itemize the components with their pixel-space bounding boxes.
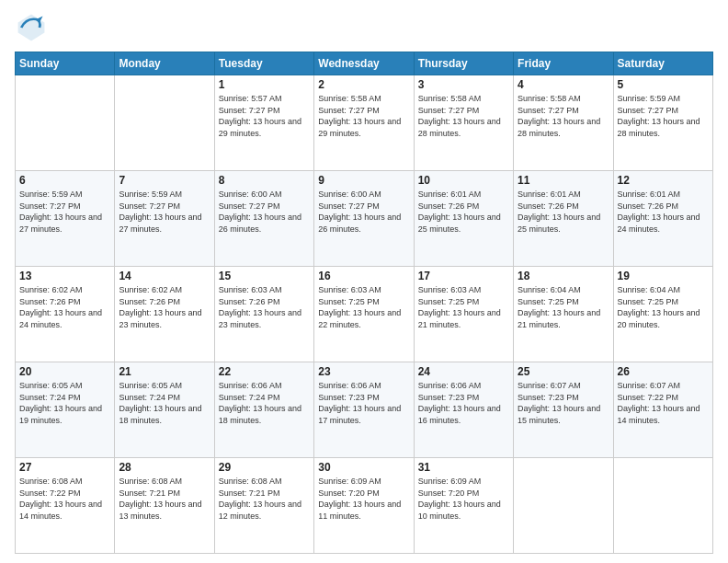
day-number: 7 xyxy=(119,174,210,187)
cell-info: Sunrise: 6:09 AM Sunset: 7:20 PM Dayligh… xyxy=(318,476,409,522)
day-number: 11 xyxy=(518,174,609,187)
calendar-cell: 22Sunrise: 6:06 AM Sunset: 7:24 PM Dayli… xyxy=(214,362,313,458)
calendar-cell: 28Sunrise: 6:08 AM Sunset: 7:21 PM Dayli… xyxy=(115,458,214,554)
cell-info: Sunrise: 6:01 AM Sunset: 7:26 PM Dayligh… xyxy=(518,189,609,235)
cell-info: Sunrise: 5:59 AM Sunset: 7:27 PM Dayligh… xyxy=(19,189,110,235)
day-number: 2 xyxy=(318,78,409,91)
calendar-cell: 26Sunrise: 6:07 AM Sunset: 7:22 PM Dayli… xyxy=(613,362,712,458)
week-row-2: 6Sunrise: 5:59 AM Sunset: 7:27 PM Daylig… xyxy=(16,171,713,267)
calendar-cell: 9Sunrise: 6:00 AM Sunset: 7:27 PM Daylig… xyxy=(314,171,414,267)
cell-info: Sunrise: 6:05 AM Sunset: 7:24 PM Dayligh… xyxy=(119,380,210,426)
logo-icon xyxy=(15,11,48,44)
day-number: 16 xyxy=(318,270,409,282)
col-header-wednesday: Wednesday xyxy=(314,52,414,75)
week-row-5: 27Sunrise: 6:08 AM Sunset: 7:22 PM Dayli… xyxy=(16,458,713,554)
calendar-cell: 19Sunrise: 6:04 AM Sunset: 7:25 PM Dayli… xyxy=(613,267,712,362)
day-number: 29 xyxy=(219,461,310,474)
cell-info: Sunrise: 6:04 AM Sunset: 7:25 PM Dayligh… xyxy=(518,284,609,330)
cell-info: Sunrise: 5:58 AM Sunset: 7:27 PM Dayligh… xyxy=(418,93,509,139)
logo xyxy=(15,11,51,44)
calendar-cell: 14Sunrise: 6:02 AM Sunset: 7:26 PM Dayli… xyxy=(115,267,214,362)
calendar-cell: 17Sunrise: 6:03 AM Sunset: 7:25 PM Dayli… xyxy=(414,267,513,362)
calendar-cell: 11Sunrise: 6:01 AM Sunset: 7:26 PM Dayli… xyxy=(514,171,613,267)
day-number: 20 xyxy=(19,365,110,378)
day-number: 26 xyxy=(618,365,709,378)
calendar-cell xyxy=(115,75,214,171)
day-number: 12 xyxy=(618,174,709,187)
day-number: 1 xyxy=(219,78,310,91)
header xyxy=(15,11,713,44)
col-header-thursday: Thursday xyxy=(414,52,513,75)
calendar-cell: 15Sunrise: 6:03 AM Sunset: 7:26 PM Dayli… xyxy=(214,267,313,362)
cell-info: Sunrise: 6:04 AM Sunset: 7:25 PM Dayligh… xyxy=(618,284,709,330)
calendar-cell: 24Sunrise: 6:06 AM Sunset: 7:23 PM Dayli… xyxy=(414,362,513,458)
cell-info: Sunrise: 6:08 AM Sunset: 7:22 PM Dayligh… xyxy=(19,476,110,522)
cell-info: Sunrise: 6:02 AM Sunset: 7:26 PM Dayligh… xyxy=(119,284,210,330)
calendar-cell: 21Sunrise: 6:05 AM Sunset: 7:24 PM Dayli… xyxy=(115,362,214,458)
day-number: 8 xyxy=(219,174,310,187)
day-number: 24 xyxy=(418,365,509,378)
calendar-cell: 8Sunrise: 6:00 AM Sunset: 7:27 PM Daylig… xyxy=(214,171,313,267)
day-number: 27 xyxy=(19,461,110,474)
cell-info: Sunrise: 6:03 AM Sunset: 7:26 PM Dayligh… xyxy=(219,284,310,330)
day-number: 10 xyxy=(418,174,509,187)
calendar-cell: 25Sunrise: 6:07 AM Sunset: 7:23 PM Dayli… xyxy=(514,362,613,458)
week-row-3: 13Sunrise: 6:02 AM Sunset: 7:26 PM Dayli… xyxy=(16,267,713,362)
calendar-cell: 7Sunrise: 5:59 AM Sunset: 7:27 PM Daylig… xyxy=(115,171,214,267)
calendar-cell: 23Sunrise: 6:06 AM Sunset: 7:23 PM Dayli… xyxy=(314,362,414,458)
cell-info: Sunrise: 6:00 AM Sunset: 7:27 PM Dayligh… xyxy=(219,189,310,235)
cell-info: Sunrise: 5:58 AM Sunset: 7:27 PM Dayligh… xyxy=(318,93,409,139)
calendar-cell: 6Sunrise: 5:59 AM Sunset: 7:27 PM Daylig… xyxy=(16,171,115,267)
calendar-cell: 18Sunrise: 6:04 AM Sunset: 7:25 PM Dayli… xyxy=(514,267,613,362)
calendar-cell: 20Sunrise: 6:05 AM Sunset: 7:24 PM Dayli… xyxy=(16,362,115,458)
cell-info: Sunrise: 6:06 AM Sunset: 7:23 PM Dayligh… xyxy=(418,380,509,426)
cell-info: Sunrise: 6:03 AM Sunset: 7:25 PM Dayligh… xyxy=(318,284,409,330)
calendar-cell: 16Sunrise: 6:03 AM Sunset: 7:25 PM Dayli… xyxy=(314,267,414,362)
day-number: 28 xyxy=(119,461,210,474)
calendar-cell: 4Sunrise: 5:58 AM Sunset: 7:27 PM Daylig… xyxy=(514,75,613,171)
cell-info: Sunrise: 6:01 AM Sunset: 7:26 PM Dayligh… xyxy=(618,189,709,235)
calendar-cell: 1Sunrise: 5:57 AM Sunset: 7:27 PM Daylig… xyxy=(214,75,313,171)
day-number: 13 xyxy=(19,270,110,282)
day-number: 25 xyxy=(518,365,609,378)
cell-info: Sunrise: 6:00 AM Sunset: 7:27 PM Dayligh… xyxy=(318,189,409,235)
calendar-table: SundayMondayTuesdayWednesdayThursdayFrid… xyxy=(15,52,713,554)
calendar-cell xyxy=(16,75,115,171)
calendar-cell: 3Sunrise: 5:58 AM Sunset: 7:27 PM Daylig… xyxy=(414,75,513,171)
day-number: 17 xyxy=(418,270,509,282)
cell-info: Sunrise: 6:03 AM Sunset: 7:25 PM Dayligh… xyxy=(418,284,509,330)
day-number: 6 xyxy=(19,174,110,187)
page: SundayMondayTuesdayWednesdayThursdayFrid… xyxy=(0,0,728,563)
cell-info: Sunrise: 6:07 AM Sunset: 7:22 PM Dayligh… xyxy=(618,380,709,426)
week-row-4: 20Sunrise: 6:05 AM Sunset: 7:24 PM Dayli… xyxy=(16,362,713,458)
week-row-1: 1Sunrise: 5:57 AM Sunset: 7:27 PM Daylig… xyxy=(16,75,713,171)
cell-info: Sunrise: 6:02 AM Sunset: 7:26 PM Dayligh… xyxy=(19,284,110,330)
calendar-cell: 12Sunrise: 6:01 AM Sunset: 7:26 PM Dayli… xyxy=(613,171,712,267)
cell-info: Sunrise: 5:57 AM Sunset: 7:27 PM Dayligh… xyxy=(219,93,310,139)
day-number: 21 xyxy=(119,365,210,378)
cell-info: Sunrise: 6:08 AM Sunset: 7:21 PM Dayligh… xyxy=(219,476,310,522)
cell-info: Sunrise: 6:01 AM Sunset: 7:26 PM Dayligh… xyxy=(418,189,509,235)
day-number: 3 xyxy=(418,78,509,91)
day-number: 31 xyxy=(418,461,509,474)
calendar-cell xyxy=(613,458,712,554)
col-header-sunday: Sunday xyxy=(16,52,115,75)
day-number: 9 xyxy=(318,174,409,187)
cell-info: Sunrise: 6:05 AM Sunset: 7:24 PM Dayligh… xyxy=(19,380,110,426)
calendar-cell: 27Sunrise: 6:08 AM Sunset: 7:22 PM Dayli… xyxy=(16,458,115,554)
cell-info: Sunrise: 5:59 AM Sunset: 7:27 PM Dayligh… xyxy=(618,93,709,139)
day-number: 19 xyxy=(618,270,709,282)
cell-info: Sunrise: 6:06 AM Sunset: 7:23 PM Dayligh… xyxy=(318,380,409,426)
cell-info: Sunrise: 6:07 AM Sunset: 7:23 PM Dayligh… xyxy=(518,380,609,426)
calendar-cell: 29Sunrise: 6:08 AM Sunset: 7:21 PM Dayli… xyxy=(214,458,313,554)
day-number: 22 xyxy=(219,365,310,378)
day-number: 15 xyxy=(219,270,310,282)
cell-info: Sunrise: 6:06 AM Sunset: 7:24 PM Dayligh… xyxy=(219,380,310,426)
day-number: 4 xyxy=(518,78,609,91)
day-number: 30 xyxy=(318,461,409,474)
calendar-cell xyxy=(514,458,613,554)
calendar-header-row: SundayMondayTuesdayWednesdayThursdayFrid… xyxy=(16,52,713,75)
day-number: 18 xyxy=(518,270,609,282)
calendar-cell: 5Sunrise: 5:59 AM Sunset: 7:27 PM Daylig… xyxy=(613,75,712,171)
col-header-monday: Monday xyxy=(115,52,214,75)
